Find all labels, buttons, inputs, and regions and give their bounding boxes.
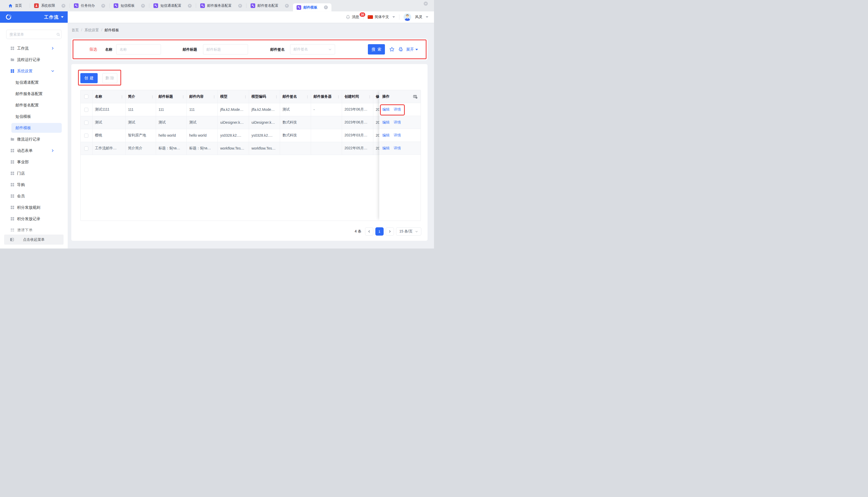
tab[interactable]: 任务待办✕ bbox=[70, 0, 109, 11]
cell-mail_server bbox=[311, 129, 342, 142]
sidebar-item[interactable]: 积分发放记录 bbox=[0, 213, 68, 225]
tab[interactable]: 短信模板✕ bbox=[110, 0, 149, 11]
column-menu-icon[interactable]: ⋮ bbox=[213, 95, 216, 98]
edit-link[interactable]: 编辑 bbox=[382, 133, 389, 138]
chevron-down-icon bbox=[51, 70, 54, 73]
column-menu-icon[interactable]: ⋮ bbox=[337, 95, 340, 98]
sidebar-header: 工作流 bbox=[0, 11, 68, 23]
breadcrumb-system-settings[interactable]: 系统设置 bbox=[84, 28, 99, 32]
sidebar-item[interactable]: 邮件签名配置 bbox=[0, 99, 68, 111]
workspace-switcher[interactable]: 工作流 bbox=[44, 14, 63, 20]
sidebar-item-label: 动态表单 bbox=[17, 148, 32, 153]
column-header: 邮件签名⋮ bbox=[280, 90, 311, 103]
page-1-button[interactable]: 1 bbox=[375, 227, 384, 236]
detail-link[interactable]: 详情 bbox=[394, 107, 401, 112]
detail-link[interactable]: 详情 bbox=[394, 133, 401, 138]
favorite-star-icon[interactable] bbox=[389, 46, 395, 52]
column-menu-icon[interactable]: ⋮ bbox=[151, 95, 154, 98]
chevron-right-icon bbox=[51, 149, 54, 152]
tab[interactable]: 首页 bbox=[0, 0, 30, 11]
chevron-down-icon bbox=[415, 49, 418, 51]
column-settings-icon[interactable] bbox=[413, 94, 417, 99]
language-selector[interactable]: 简体中文 bbox=[368, 15, 395, 19]
search-button[interactable]: 搜索 bbox=[368, 44, 385, 55]
module-icon bbox=[251, 3, 255, 8]
tab-close-icon[interactable]: ✕ bbox=[285, 4, 289, 8]
sidebar-item[interactable]: 工作流 bbox=[0, 43, 68, 54]
column-menu-icon[interactable]: ⋮ bbox=[368, 95, 371, 98]
detail-link[interactable]: 详情 bbox=[394, 120, 401, 125]
column-menu-icon[interactable]: ⋮ bbox=[182, 95, 185, 98]
sidebar-item[interactable]: 动态表单 bbox=[0, 145, 68, 156]
tab[interactable]: 系统权限✕ bbox=[30, 0, 70, 11]
messages-button[interactable]: 消息 16 bbox=[346, 15, 359, 19]
row-checkbox[interactable] bbox=[84, 120, 88, 125]
column-menu-icon[interactable]: ⋮ bbox=[120, 95, 124, 98]
create-button[interactable]: 创建 bbox=[80, 73, 98, 83]
edit-link[interactable]: 编辑 bbox=[382, 107, 389, 112]
tab-close-icon[interactable]: ✕ bbox=[101, 4, 105, 8]
sidebar-item[interactable]: 会员 bbox=[0, 190, 68, 202]
row-checkbox[interactable] bbox=[84, 133, 88, 138]
tab-close-icon[interactable]: ✕ bbox=[141, 4, 145, 8]
tab-close-icon[interactable]: ✕ bbox=[238, 4, 242, 8]
delete-button[interactable]: 删除 bbox=[102, 73, 117, 83]
subject-filter-input[interactable] bbox=[203, 44, 248, 55]
tabbar-chevron-down-icon[interactable] bbox=[424, 2, 428, 6]
table-row: 工作流邮件…简介简介标题：${na…标题：${na…workflow.Tes…w… bbox=[81, 142, 421, 155]
sidebar-item[interactable]: 事业部 bbox=[0, 156, 68, 168]
messages-badge: 16 bbox=[360, 12, 365, 17]
edit-link[interactable]: 编辑 bbox=[382, 120, 389, 125]
sidebar-item[interactable]: 邮件服务器配置 bbox=[0, 88, 68, 99]
tab-close-icon[interactable]: ✕ bbox=[61, 4, 65, 8]
tab-close-icon[interactable]: ✕ bbox=[324, 5, 328, 9]
column-menu-icon[interactable]: ⋮ bbox=[306, 95, 309, 98]
column-menu-icon[interactable]: ⋮ bbox=[244, 95, 247, 98]
collapse-menu-button[interactable]: 点击收起菜单 bbox=[4, 235, 63, 245]
avatar bbox=[403, 13, 411, 21]
sidebar-item[interactable]: 门店 bbox=[0, 168, 68, 179]
expand-filters-button[interactable]: 展开 bbox=[406, 47, 418, 52]
sidebar-item-label: 门店 bbox=[17, 171, 25, 176]
tab[interactable]: 邮件模板✕ bbox=[293, 3, 331, 11]
menu-search-box[interactable] bbox=[6, 30, 61, 39]
row-checkbox[interactable] bbox=[84, 108, 88, 112]
cell-intro: 111 bbox=[125, 103, 156, 116]
sidebar-item[interactable]: 微流运行记录 bbox=[0, 133, 68, 145]
next-page-button[interactable] bbox=[386, 227, 394, 236]
column-label: 邮件内容 bbox=[189, 94, 204, 98]
menu-search-input[interactable] bbox=[10, 32, 56, 37]
sidebar-menu: 工作流流程运行记录系统设置短信通道配置邮件服务器配置邮件签名配置短信模板邮件模板… bbox=[0, 43, 68, 236]
clear-filter-brush-icon[interactable] bbox=[398, 46, 403, 52]
column-header: 名称⋮ bbox=[92, 90, 125, 103]
name-filter-input[interactable] bbox=[116, 44, 161, 55]
email-template-table: 名称⋮简介⋮邮件标题⋮邮件内容⋮模型⋮模型编码⋮邮件签名⋮邮件服务器⋮创建时间⋮… bbox=[80, 90, 421, 221]
tab[interactable]: 短信通道配置✕ bbox=[149, 0, 196, 11]
row-checkbox[interactable] bbox=[84, 146, 88, 151]
tab[interactable]: 邮件签名配置✕ bbox=[246, 0, 293, 11]
page-size-select[interactable]: 15 条/页 bbox=[396, 227, 421, 236]
user-menu[interactable]: 风灵 bbox=[403, 13, 428, 21]
breadcrumb-home[interactable]: 首页 bbox=[72, 28, 79, 32]
sidebar-item[interactable]: 系统设置 bbox=[0, 65, 68, 77]
edit-link[interactable]: 编辑 bbox=[382, 146, 389, 151]
sidebar-item[interactable]: 短信通道配置 bbox=[0, 77, 68, 88]
sidebar-item[interactable]: 邮件模板 bbox=[0, 122, 68, 133]
detail-link[interactable]: 详情 bbox=[394, 146, 401, 151]
sidebar-item[interactable]: 流程运行记录 bbox=[0, 54, 68, 65]
action-column: 操作编辑详情编辑详情编辑详情编辑详情 bbox=[379, 90, 421, 221]
sidebar-item[interactable]: 积分发放规则 bbox=[0, 202, 68, 213]
sidebar-item[interactable]: 导购 bbox=[0, 179, 68, 190]
column-menu-icon[interactable]: ⋮ bbox=[275, 95, 278, 98]
sidebar-item[interactable]: 短信模板 bbox=[0, 111, 68, 122]
tab-close-icon[interactable]: ✕ bbox=[188, 4, 192, 8]
column-header: 邮件标题⋮ bbox=[156, 90, 186, 103]
select-all-checkbox[interactable] bbox=[84, 95, 88, 99]
signature-filter-select[interactable]: 邮件签名 bbox=[290, 44, 335, 55]
tab[interactable]: 邮件服务器配置✕ bbox=[196, 0, 246, 11]
prev-page-button[interactable] bbox=[365, 227, 373, 236]
cell-subject: 测试 bbox=[156, 116, 186, 129]
browser-tabbar: 首页系统权限✕任务待办✕短信模板✕短信通道配置✕邮件服务器配置✕邮件签名配置✕邮… bbox=[0, 0, 434, 11]
column-header: 邮件服务器⋮ bbox=[311, 90, 342, 103]
chevron-right-icon bbox=[51, 47, 54, 50]
